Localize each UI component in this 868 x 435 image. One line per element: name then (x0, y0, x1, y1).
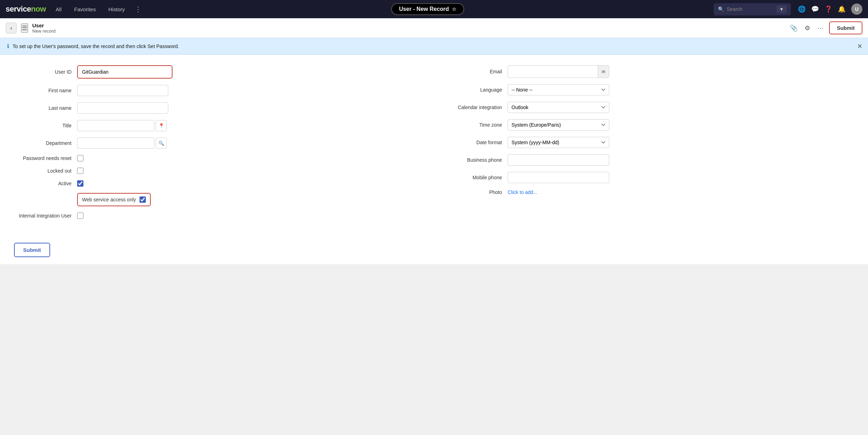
search-bar: 🔍 ▼ (714, 3, 791, 15)
locked-out-label: Locked out (14, 168, 77, 174)
more-options-button[interactable]: ⋯ (816, 23, 825, 33)
form-left-column: User ID First name Last name Title (14, 65, 423, 225)
top-navigation: servicenow All Favorites History ⋮ User … (0, 0, 868, 18)
lastname-label: Last name (14, 105, 77, 111)
department-input[interactable] (77, 138, 154, 149)
secondary-nav-actions: 📎 ⚙ ⋯ Submit (788, 21, 862, 34)
title-label: Title (14, 123, 77, 128)
calendar-label: Calendar integration (445, 105, 508, 110)
department-search-button[interactable]: 🔍 (156, 138, 167, 149)
email-input-wrapper: ✉ (508, 65, 609, 78)
lastname-row: Last name (14, 102, 423, 114)
department-row: Department 🔍 (14, 138, 423, 149)
dateformat-label: Date format (445, 140, 508, 145)
attach-button[interactable]: 📎 (788, 23, 799, 33)
secondary-navigation: ‹ ☰ User New record 📎 ⚙ ⋯ Submit (0, 18, 868, 38)
form-grid: User ID First name Last name Title (14, 65, 854, 225)
title-lookup-button[interactable]: 📍 (156, 120, 167, 131)
record-type-title: User (32, 22, 55, 28)
active-label: Active (14, 181, 77, 186)
breadcrumb: User New record (32, 22, 55, 34)
userid-label: User ID (14, 69, 77, 75)
dateformat-select[interactable]: System (yyyy-MM-dd) MM/dd/yyyy dd/MM/yyy… (508, 137, 609, 148)
web-service-row: Web service access only (14, 193, 423, 206)
password-reset-row: Password needs reset (14, 155, 423, 161)
nav-all[interactable]: All (53, 5, 65, 14)
globe-icon[interactable]: 🌐 (798, 5, 806, 13)
calendar-select[interactable]: Outlook Google None (508, 102, 609, 113)
badge-label: User - New Record (399, 6, 449, 12)
logo-text: servicenow (6, 5, 46, 14)
calendar-row: Calendar integration Outlook Google None (445, 102, 854, 113)
email-row: Email ✉ (445, 65, 854, 78)
language-row: Language -- None -- English French Germa… (445, 84, 854, 95)
bell-icon[interactable]: 🔔 (838, 5, 846, 13)
title-input[interactable] (77, 120, 154, 131)
locked-out-row: Locked out (14, 168, 423, 174)
firstname-input[interactable] (77, 85, 168, 96)
userid-row: User ID (14, 65, 423, 79)
avatar[interactable]: U (851, 4, 862, 15)
chat-icon[interactable]: 💬 (811, 5, 819, 13)
web-service-label: Web service access only (82, 197, 136, 202)
mobile-phone-input[interactable] (508, 172, 609, 183)
search-input[interactable] (727, 6, 774, 12)
password-reset-checkbox[interactable] (77, 155, 83, 161)
mobile-phone-row: Mobile phone (445, 172, 854, 183)
help-icon[interactable]: ❓ (825, 5, 832, 13)
internal-integration-label: Internal Integration User (14, 213, 77, 219)
dateformat-row: Date format System (yyyy-MM-dd) MM/dd/yy… (445, 137, 854, 148)
info-icon: ℹ (7, 43, 9, 49)
photo-label: Photo (445, 189, 508, 195)
settings-button[interactable]: ⚙ (803, 23, 812, 33)
search-icon: 🔍 (718, 6, 724, 12)
record-status-subtitle: New record (32, 28, 55, 34)
nav-history[interactable]: History (106, 5, 128, 14)
title-row: Title 📍 (14, 120, 423, 131)
info-banner: ℹ To set up the User's password, save th… (0, 38, 868, 55)
business-phone-label: Business phone (445, 157, 508, 163)
submit-button-bottom[interactable]: Submit (14, 243, 50, 257)
userid-input[interactable] (79, 67, 170, 76)
photo-row: Photo Click to add... (445, 189, 854, 195)
hamburger-menu-button[interactable]: ☰ (21, 24, 28, 33)
language-label: Language (445, 87, 508, 93)
business-phone-input[interactable] (508, 154, 609, 166)
department-input-group: 🔍 (77, 138, 167, 149)
internal-integration-row: Internal Integration User (14, 213, 423, 219)
language-select[interactable]: -- None -- English French German Spanish (508, 84, 609, 95)
mobile-phone-label: Mobile phone (445, 175, 508, 180)
submit-button-top[interactable]: Submit (829, 21, 862, 34)
search-dropdown-button[interactable]: ▼ (777, 5, 787, 13)
userid-input-wrapper (77, 65, 172, 79)
bottom-actions: Submit (0, 236, 868, 264)
close-banner-button[interactable]: ✕ (857, 42, 862, 50)
active-checkbox[interactable] (77, 180, 83, 187)
nav-more-icon[interactable]: ⋮ (135, 5, 142, 13)
web-service-checkbox[interactable] (140, 196, 146, 203)
firstname-label: First name (14, 88, 77, 93)
back-button[interactable]: ‹ (6, 22, 17, 34)
department-label: Department (14, 140, 77, 146)
web-service-box: Web service access only (77, 193, 151, 206)
password-reset-label: Password needs reset (14, 155, 77, 161)
internal-integration-checkbox[interactable] (77, 213, 83, 219)
timezone-label: Time zone (445, 122, 508, 128)
form-container: User ID First name Last name Title (0, 55, 868, 236)
photo-add-link[interactable]: Click to add... (508, 189, 537, 195)
title-input-group: 📍 (77, 120, 167, 131)
email-input[interactable] (508, 66, 598, 77)
favorite-star-icon[interactable]: ☆ (452, 6, 456, 12)
locked-out-checkbox[interactable] (77, 168, 83, 174)
email-action-button[interactable]: ✉ (598, 66, 609, 78)
nav-icons-group: 🌐 💬 ❓ 🔔 U (798, 4, 862, 15)
logo[interactable]: servicenow (6, 5, 46, 14)
timezone-row: Time zone System (Europe/Paris) UTC US/E… (445, 119, 854, 130)
business-phone-row: Business phone (445, 154, 854, 166)
lastname-input[interactable] (77, 102, 168, 114)
active-row: Active (14, 180, 423, 187)
timezone-select[interactable]: System (Europe/Paris) UTC US/Eastern US/… (508, 119, 609, 130)
nav-favorites[interactable]: Favorites (72, 5, 99, 14)
firstname-row: First name (14, 85, 423, 96)
current-record-badge: User - New Record ☆ (391, 3, 464, 15)
